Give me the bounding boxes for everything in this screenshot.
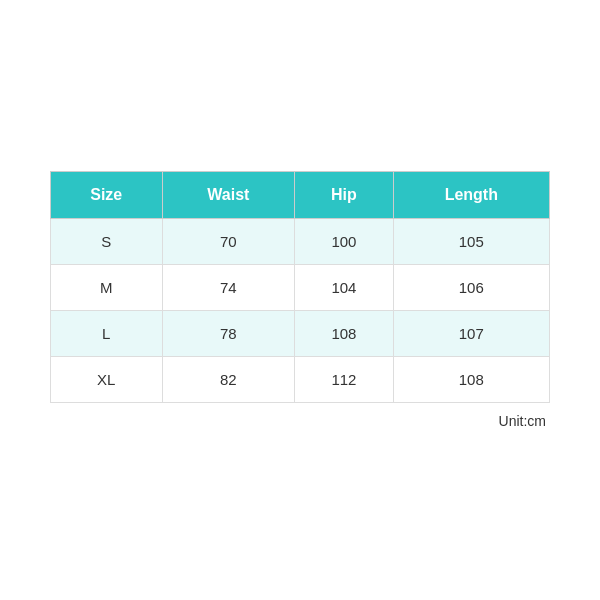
header-size: Size bbox=[51, 172, 163, 219]
cell-length-l: 107 bbox=[393, 311, 549, 357]
cell-length-xl: 108 bbox=[393, 357, 549, 403]
table-row: L 78 108 107 bbox=[51, 311, 550, 357]
cell-waist-m: 74 bbox=[162, 265, 295, 311]
cell-waist-xl: 82 bbox=[162, 357, 295, 403]
header-waist: Waist bbox=[162, 172, 295, 219]
cell-length-s: 105 bbox=[393, 219, 549, 265]
cell-waist-l: 78 bbox=[162, 311, 295, 357]
unit-label: Unit:cm bbox=[50, 413, 550, 429]
header-hip: Hip bbox=[295, 172, 393, 219]
cell-size-m: M bbox=[51, 265, 163, 311]
cell-hip-xl: 112 bbox=[295, 357, 393, 403]
table-row: S 70 100 105 bbox=[51, 219, 550, 265]
cell-hip-l: 108 bbox=[295, 311, 393, 357]
cell-waist-s: 70 bbox=[162, 219, 295, 265]
cell-hip-s: 100 bbox=[295, 219, 393, 265]
size-table: Size Waist Hip Length S 70 100 105 M 74 … bbox=[50, 171, 550, 403]
table-row: XL 82 112 108 bbox=[51, 357, 550, 403]
table-row: M 74 104 106 bbox=[51, 265, 550, 311]
cell-size-l: L bbox=[51, 311, 163, 357]
cell-length-m: 106 bbox=[393, 265, 549, 311]
cell-hip-m: 104 bbox=[295, 265, 393, 311]
cell-size-s: S bbox=[51, 219, 163, 265]
table-header-row: Size Waist Hip Length bbox=[51, 172, 550, 219]
header-length: Length bbox=[393, 172, 549, 219]
size-chart-container: Size Waist Hip Length S 70 100 105 M 74 … bbox=[50, 171, 550, 429]
cell-size-xl: XL bbox=[51, 357, 163, 403]
